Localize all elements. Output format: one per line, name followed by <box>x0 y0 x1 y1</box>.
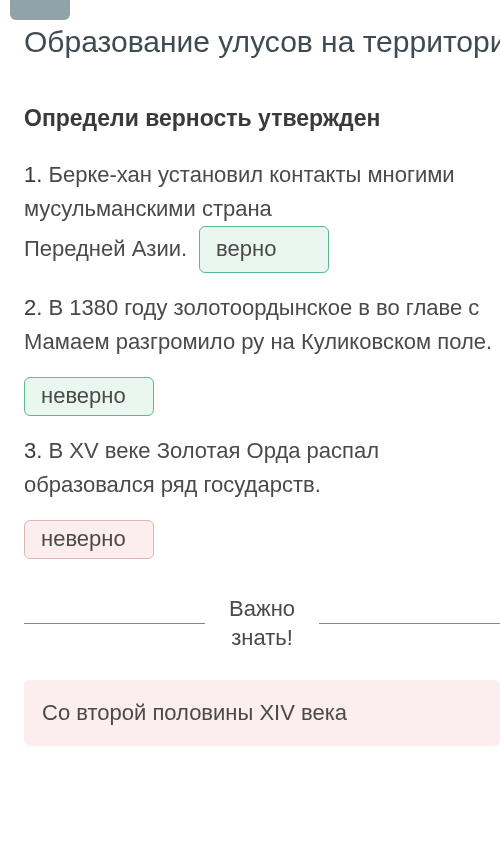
statement-1-tail: Передней Азии. <box>24 232 187 266</box>
statement-2-body: В 1380 году золотоордынское в во главе с… <box>24 295 492 354</box>
divider-label: Важнознать! <box>221 595 303 652</box>
statement-2: 2. В 1380 году золотоордынское в во глав… <box>24 291 500 359</box>
divider-line-right <box>319 623 500 624</box>
page-title: Образование улусов на территории Казахст… <box>24 24 500 61</box>
section-divider: Важнознать! <box>24 595 500 652</box>
answer-pill-1[interactable]: верно <box>199 226 329 273</box>
statement-1-tail-row: Передней Азии. верно <box>24 226 500 273</box>
info-text: Со второй половины XIV века <box>42 700 347 725</box>
page-content: Образование улусов на территории Казахст… <box>0 0 500 746</box>
statement-2-number: 2. <box>24 295 42 320</box>
statement-1: 1. Берке-хан установил контакты многими … <box>24 158 500 273</box>
statement-1-body: Берке-хан установил контакты многими мус… <box>24 162 455 221</box>
statement-1-number: 1. <box>24 162 42 187</box>
divider-line-left <box>24 623 205 624</box>
statement-1-text: 1. Берке-хан установил контакты многими … <box>24 158 500 226</box>
statement-3-body: В XV веке Золотая Орда распал образовалс… <box>24 438 379 497</box>
divider-label-text: Важнознать! <box>229 595 295 652</box>
answer-row-3: неверно <box>24 520 500 559</box>
task-prompt: Определи верность утвержден <box>24 105 500 132</box>
answer-row-2: неверно <box>24 377 500 416</box>
statement-3: 3. В XV веке Золотая Орда распал образов… <box>24 434 500 502</box>
answer-pill-2[interactable]: неверно <box>24 377 154 416</box>
answer-pill-3[interactable]: неверно <box>24 520 154 559</box>
statement-3-number: 3. <box>24 438 42 463</box>
info-box: Со второй половины XIV века <box>24 680 500 746</box>
header-tab <box>10 0 70 20</box>
